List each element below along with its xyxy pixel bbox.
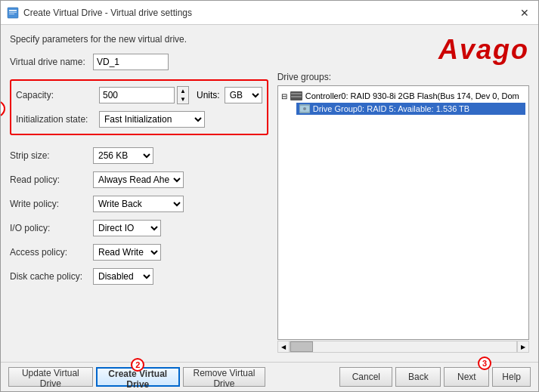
- units-select[interactable]: MB GB TB: [225, 87, 262, 103]
- title-bar-left: Create Virtual Drive - Virtual drive set…: [7, 7, 192, 19]
- capacity-down-button[interactable]: ▼: [178, 95, 188, 103]
- drive-groups-tree: ⊟ Controller0: RAID 930-8i 2GB Flash(Bus…: [277, 85, 529, 340]
- cache-policy-select[interactable]: Unchanged Enabled Disabled: [93, 268, 153, 285]
- capacity-up-button[interactable]: ▲: [178, 87, 188, 95]
- write-policy-row: Write policy: Write Through Write Back A…: [10, 194, 268, 214]
- svg-rect-6: [291, 96, 302, 97]
- expand-icon: ⊟: [281, 92, 287, 100]
- spinner-btn-group: ▲ ▼: [177, 86, 189, 104]
- footer-left: Update Virtual Drive 2 Create Virtual Dr…: [8, 367, 265, 387]
- capacity-label: Capacity:: [16, 90, 99, 100]
- init-row: Initialization state: No Initialization …: [16, 110, 262, 129]
- highlight-box: Capacity: ▲ ▼ Units: MB GB: [10, 79, 268, 135]
- vd-name-label: Virtual drive name:: [10, 57, 93, 67]
- io-policy-select[interactable]: Direct IO Cached IO: [93, 220, 161, 236]
- capacity-group: ▲ ▼ Units: MB GB TB: [99, 86, 262, 104]
- access-policy-select[interactable]: Read Write Read Only Blocked: [93, 244, 161, 261]
- content-area: Specify parameters for the new virtual d…: [1, 25, 538, 362]
- strip-label: Strip size:: [10, 150, 93, 161]
- close-button[interactable]: ✕: [517, 5, 532, 20]
- read-policy-select[interactable]: No Read Ahead Always Read Ahead Adaptive…: [93, 171, 184, 188]
- scroll-right-button[interactable]: ▶: [517, 341, 529, 353]
- controller-icon: [290, 91, 302, 101]
- units-label: Units:: [197, 90, 220, 100]
- io-policy-label: I/O policy:: [10, 223, 93, 233]
- specify-text: Specify parameters for the new virtual d…: [10, 34, 268, 45]
- title-bar: Create Virtual Drive - Virtual drive set…: [1, 1, 538, 25]
- main-window: Create Virtual Drive - Virtual drive set…: [0, 0, 539, 392]
- capacity-input[interactable]: [99, 87, 175, 103]
- drive-group-text: Drive Group0: RAID 5: Available: 1.536 T…: [313, 104, 469, 113]
- next-button[interactable]: Next: [444, 367, 489, 387]
- circle-2-btn: 2: [131, 358, 144, 372]
- footer: Update Virtual Drive 2 Create Virtual Dr…: [1, 362, 538, 391]
- access-policy-label: Access policy:: [10, 247, 93, 258]
- access-policy-row: Access policy: Read Write Read Only Bloc…: [10, 242, 268, 262]
- right-panel: Avago Drive groups: ⊟ Controller0: RAID …: [277, 34, 529, 353]
- avago-text: Avago: [438, 34, 529, 65]
- svg-rect-3: [9, 14, 14, 14]
- circle-1: 1: [1, 100, 5, 117]
- h-scrollbar-thumb: [290, 341, 313, 352]
- help-button[interactable]: Help: [492, 367, 531, 387]
- remove-vd-button[interactable]: Remove Virtual Drive: [183, 367, 265, 387]
- h-scrollbar[interactable]: [290, 341, 517, 353]
- cancel-button[interactable]: Cancel: [339, 367, 392, 387]
- io-policy-row: I/O policy: Direct IO Cached IO: [10, 218, 268, 238]
- init-label: Initialization state:: [16, 114, 99, 125]
- window-title: Create Virtual Drive - Virtual drive set…: [23, 8, 192, 18]
- write-policy-select[interactable]: Write Through Write Back Always Write Ba…: [93, 196, 184, 212]
- vd-name-input[interactable]: [93, 54, 169, 70]
- strip-select[interactable]: 64 KB 128 KB 256 KB 512 KB 1 MB: [93, 147, 153, 164]
- controller-item: ⊟ Controller0: RAID 930-8i 2GB Flash(Bus…: [281, 89, 525, 103]
- svg-rect-1: [9, 10, 17, 11]
- left-panel: Specify parameters for the new virtual d…: [10, 34, 268, 353]
- cache-policy-label: Disk cache policy:: [10, 271, 93, 282]
- capacity-row: Capacity: ▲ ▼ Units: MB GB: [16, 85, 262, 105]
- drive-group-item[interactable]: Drive Group0: RAID 5: Available: 1.536 T…: [296, 103, 525, 115]
- form-section: Virtual drive name: 1 Capacity: ▲: [10, 52, 268, 286]
- avago-logo: Avago: [277, 34, 529, 66]
- controller-text: Controller0: RAID 930-8i 2GB Flash(Bus 1…: [305, 91, 519, 100]
- strip-row: Strip size: 64 KB 128 KB 256 KB 512 KB 1…: [10, 146, 268, 165]
- create-vd-wrapper: 2 Create Virtual Drive: [96, 367, 180, 387]
- update-vd-button[interactable]: Update Virtual Drive: [8, 367, 93, 387]
- window-icon: [7, 7, 19, 19]
- read-policy-row: Read policy: No Read Ahead Always Read A…: [10, 170, 268, 190]
- svg-point-9: [303, 107, 306, 110]
- drive-icon: [299, 104, 310, 113]
- scroll-left-button[interactable]: ◀: [277, 341, 290, 353]
- write-policy-label: Write policy:: [10, 199, 93, 209]
- read-policy-label: Read policy:: [10, 174, 93, 185]
- drive-groups-label: Drive groups:: [277, 72, 529, 82]
- svg-rect-5: [291, 93, 302, 94]
- footer-right: 3 Cancel Back Next Help: [265, 367, 531, 387]
- init-select[interactable]: No Initialization Fast Initialization Fu…: [99, 111, 205, 128]
- vd-name-row: Virtual drive name:: [10, 52, 268, 72]
- cache-policy-row: Disk cache policy: Unchanged Enabled Dis…: [10, 267, 268, 286]
- back-button[interactable]: Back: [395, 367, 441, 387]
- circle-3: 3: [478, 357, 491, 370]
- svg-rect-2: [9, 12, 17, 13]
